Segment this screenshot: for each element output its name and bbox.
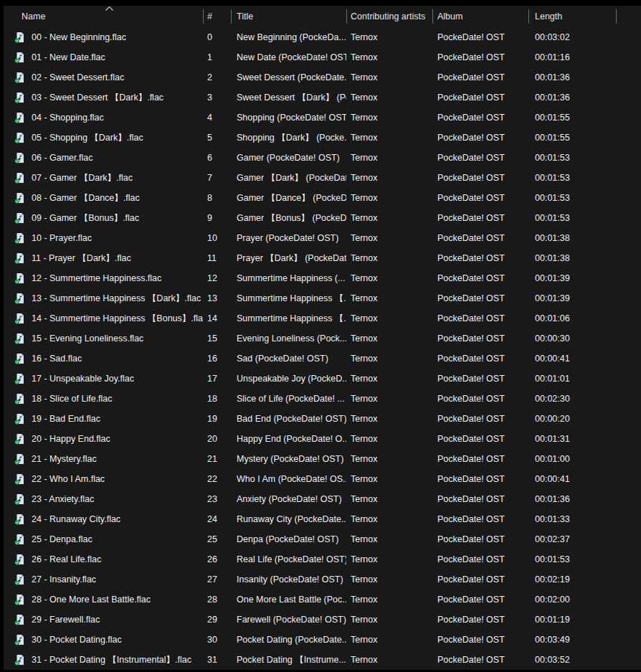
file-row[interactable]: 01 - New Date.flac 1 New Date (PockeDate… [4,47,641,67]
file-row[interactable]: 30 - Pocket Dating.flac 30 Pocket Dating… [4,630,641,650]
column-header-album[interactable]: Album [432,6,528,27]
track-number: 10 [203,233,231,243]
track-title: Shopping (PockeDate! OST) [231,113,346,123]
music-file-icon [14,373,26,384]
track-title: Gamer 【Bonus】 (PockeD... [231,212,346,224]
file-row[interactable]: 03 - Sweet Dessert 【Dark】.flac 3 Sweet D… [4,87,641,108]
file-name-cell: 27 - Insanity.flac [4,574,203,585]
file-row[interactable]: 02 - Sweet Dessert.flac 2 Sweet Dessert … [4,67,641,87]
file-row[interactable]: 16 - Sad.flac 16 Sad (PockeDate! OST) Te… [4,349,641,369]
column-header-length[interactable]: Length [528,6,616,27]
file-row[interactable]: 04 - Shopping.flac 4 Shopping (PockeDate… [4,108,641,128]
contributing-artist: Ternox [346,173,432,183]
file-name: 10 - Prayer.flac [32,233,92,243]
file-row[interactable]: 15 - Evening Loneliness.flac 15 Evening … [4,328,641,349]
track-title: Prayer (PockeDate! OST) [231,233,346,243]
file-row[interactable]: 25 - Denpa.flac 25 Denpa (PockeDate! OST… [4,529,641,549]
track-title: Pocket Dating 【Instrume... [231,654,346,666]
file-row[interactable]: 24 - Runaway City.flac 24 Runaway City (… [4,509,641,529]
file-row[interactable]: 20 - Happy End.flac 20 Happy End (PockeD… [4,429,641,449]
column-header-title-label: Title [237,11,253,22]
track-length: 00:00:20 [528,414,616,424]
synced-green-check-icon [15,340,19,344]
album-name: PockeDate! OST [432,72,528,82]
track-length: 00:01:33 [528,514,616,524]
column-header-number[interactable]: # [203,6,231,27]
file-row[interactable]: 27 - Insanity.flac 27 Insanity (PockeDat… [4,569,641,590]
album-name: PockeDate! OST [432,635,528,645]
track-length: 00:01:53 [528,213,616,223]
file-row[interactable]: 05 - Shopping 【Dark】.flac 5 Shopping 【Da… [4,128,641,148]
synced-green-check-icon [15,219,19,224]
file-row[interactable]: 19 - Bad End.flac 19 Bad End (PockeDate!… [4,409,641,429]
file-name: 25 - Denpa.flac [32,534,92,544]
file-name-cell: 08 - Gamer 【Dance】.flac [4,192,203,204]
track-title: Summertime Happiness 【... [231,293,346,305]
file-name-cell: 10 - Prayer.flac [4,232,203,244]
track-length: 00:01:01 [528,374,616,384]
file-row[interactable]: 06 - Gamer.flac 6 Gamer (PockeDate! OST)… [4,148,641,168]
file-row[interactable]: 09 - Gamer 【Bonus】.flac 9 Gamer 【Bonus】 … [4,208,641,228]
track-length: 00:00:41 [528,354,616,364]
column-header-name[interactable]: Name [4,6,203,27]
contributing-artist: Ternox [346,534,432,544]
file-row[interactable]: 12 - Summertime Happiness.flac 12 Summer… [4,268,641,288]
track-title: Anxiety (PockeDate! OST) [231,494,346,504]
file-row[interactable]: 23 - Anxiety.flac 23 Anxiety (PockeDate!… [4,489,641,509]
track-number: 31 [203,655,231,665]
synced-green-check-icon [15,460,19,465]
track-number: 29 [203,615,231,625]
music-file-icon [14,333,26,344]
music-file-icon [14,172,26,184]
track-title: Farewell (PockeDate! OST) [231,615,346,625]
file-row[interactable]: 14 - Summertime Happiness 【Bonus】.flac 1… [4,308,641,328]
file-row[interactable]: 21 - Mystery.flac 21 Mystery (PockeDate!… [4,449,641,469]
track-length: 00:01:36 [528,72,616,82]
file-name: 07 - Gamer 【Dark】.flac [32,172,133,184]
file-row[interactable]: 31 - Pocket Dating 【Instrumental】.flac 3… [4,650,641,670]
file-row[interactable]: 08 - Gamer 【Dance】.flac 8 Gamer 【Dance】 … [4,188,641,208]
column-header-contributing-artists[interactable]: Contributing artists [346,6,432,27]
track-number: 13 [203,293,231,303]
contributing-artist: Ternox [346,313,432,323]
synced-green-check-icon [15,621,19,625]
file-row[interactable]: 26 - Real Life.flac 26 Real Life (PockeD… [4,549,641,569]
file-name-cell: 16 - Sad.flac [4,353,203,364]
music-file-icon [14,514,26,525]
album-name: PockeDate! OST [432,273,528,283]
file-name: 16 - Sad.flac [32,354,82,364]
file-row[interactable]: 10 - Prayer.flac 10 Prayer (PockeDate! O… [4,228,641,248]
file-row[interactable]: 13 - Summertime Happiness 【Dark】.flac 13… [4,288,641,308]
file-name-cell: 23 - Anxiety.flac [4,493,203,505]
music-file-icon [14,413,26,425]
file-row[interactable]: 18 - Slice of Life.flac 18 Slice of Life… [4,389,641,409]
track-title: Sweet Dessert 【Dark】 (Po... [231,92,346,104]
file-row[interactable]: 00 - New Beginning.flac 0 New Beginning … [4,27,641,47]
track-title: Gamer 【Dark】 (PockeDat... [231,172,346,184]
file-row[interactable]: 17 - Unspeakable Joy.flac 17 Unspeakable… [4,369,641,389]
synced-green-check-icon [15,99,19,103]
file-row[interactable]: 11 - Prayer 【Dark】.flac 11 Prayer 【Dark】… [4,248,641,268]
file-name-cell: 17 - Unspeakable Joy.flac [4,373,203,384]
music-file-icon [14,72,26,83]
track-number: 8 [203,193,231,203]
file-name-cell: 11 - Prayer 【Dark】.flac [4,252,203,265]
album-name: PockeDate! OST [432,595,528,605]
album-name: PockeDate! OST [432,313,528,323]
file-row[interactable]: 22 - Who I Am.flac 22 Who I Am (PockeDat… [4,469,641,489]
contributing-artist: Ternox [346,474,432,484]
album-name: PockeDate! OST [432,374,528,384]
synced-green-check-icon [15,199,19,204]
track-length: 00:01:36 [528,494,616,504]
track-title: Real Life (PockeDate! OST) [231,554,346,564]
music-file-icon [14,273,26,284]
file-row[interactable]: 29 - Farewell.flac 29 Farewell (PockeDat… [4,610,641,630]
file-name: 12 - Summertime Happiness.flac [32,273,161,283]
track-number: 19 [203,414,231,424]
column-header-title[interactable]: Title [231,6,346,27]
contributing-artist: Ternox [346,574,432,585]
file-row[interactable]: 28 - One More Last Battle.flac 28 One Mo… [4,590,641,610]
file-row[interactable]: 07 - Gamer 【Dark】.flac 7 Gamer 【Dark】 (P… [4,168,641,188]
synced-green-check-icon [15,159,19,164]
contributing-artist: Ternox [346,193,432,203]
